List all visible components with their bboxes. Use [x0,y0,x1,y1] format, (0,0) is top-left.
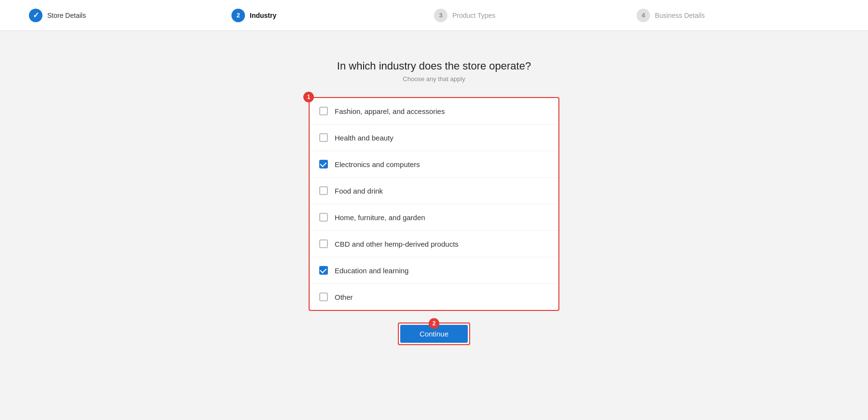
continue-button-wrapper: 2 Continue [398,322,470,345]
checkbox-health[interactable] [319,133,328,142]
step-4-number: 4 [641,12,645,19]
stepper: ✓ Store Details 2 Industry 3 Product Typ… [0,0,868,31]
item-label-education: Education and learning [335,266,408,275]
step-4: 4 Business Details [637,9,839,22]
item-label-fashion: Fashion, apparel, and accessories [335,107,445,115]
checkbox-home[interactable] [319,213,328,222]
list-item[interactable]: CBD and other hemp-derived products [310,231,558,257]
checkbox-education[interactable] [319,266,328,275]
step-1: ✓ Store Details [29,9,231,22]
checklist: Fashion, apparel, and accessories Health… [309,97,559,311]
item-label-home: Home, furniture, and garden [335,213,425,222]
item-label-cbd: CBD and other hemp-derived products [335,240,459,248]
checkbox-food[interactable] [319,186,328,195]
step-1-circle: ✓ [29,9,42,22]
item-label-food: Food and drink [335,187,383,195]
checkbox-other[interactable] [319,293,328,301]
checklist-wrapper: 1 Fashion, apparel, and accessories Heal… [309,97,559,311]
checkbox-electronics[interactable] [319,160,328,168]
step-2-number: 2 [236,12,240,19]
list-item[interactable]: Health and beauty [310,125,558,151]
list-item[interactable]: Electronics and computers [310,151,558,178]
step-3: 3 Product Types [434,9,637,22]
step-3-circle: 3 [434,9,448,22]
step-1-check: ✓ [33,11,39,20]
continue-area: 2 Continue [398,322,470,345]
item-label-other: Other [335,293,353,301]
list-item[interactable]: Education and learning [310,257,558,284]
item-label-electronics: Electronics and computers [335,160,420,168]
page-subtitle: Choose any that apply [403,75,465,83]
list-item[interactable]: Fashion, apparel, and accessories [310,98,558,125]
list-item[interactable]: Home, furniture, and garden [310,204,558,231]
checkbox-cbd[interactable] [319,239,328,248]
annotation-badge-1: 1 [303,92,314,102]
main-content: In which industry does the store operate… [0,31,868,345]
step-2: 2 Industry [231,9,434,22]
checkbox-fashion[interactable] [319,107,328,115]
step-3-label: Product Types [452,12,495,19]
step-2-circle: 2 [231,9,245,22]
step-3-number: 3 [439,12,442,19]
item-label-health: Health and beauty [335,134,393,142]
step-2-label: Industry [250,12,276,19]
step-4-circle: 4 [637,9,650,22]
list-item[interactable]: Other [310,284,558,310]
annotation-badge-2: 2 [429,318,439,329]
step-1-label: Store Details [47,12,86,19]
list-item[interactable]: Food and drink [310,178,558,204]
page-title: In which industry does the store operate… [337,60,531,72]
step-4-label: Business Details [655,12,705,19]
